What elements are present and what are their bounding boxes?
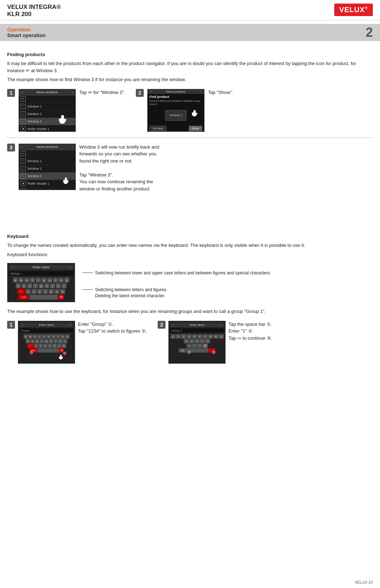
section-header: Operation Smart operation 2 [0, 24, 380, 41]
kb-key-s[interactable]: s [21, 283, 26, 288]
k-n[interactable]: n [57, 344, 61, 348]
kb-key-z[interactable]: z [26, 289, 31, 294]
kb-key-x[interactable]: x [31, 289, 36, 294]
go-back-button[interactable]: Go back [149, 126, 167, 131]
k-3[interactable]: 3 [181, 334, 186, 339]
k-a2[interactable]: å [184, 339, 189, 343]
k-w[interactable]: w [28, 334, 33, 339]
kb-key-k[interactable]: k [56, 283, 61, 288]
k-shift[interactable]: ⇧ [27, 344, 34, 348]
k-ae[interactable]: ä [189, 339, 194, 343]
kb-key-123[interactable]: 123# [19, 295, 29, 300]
k-8[interactable]: 8 [208, 334, 213, 339]
k-del[interactable]: ⌫ [59, 348, 64, 353]
k-s[interactable]: s [30, 339, 35, 343]
kb-key-j[interactable]: j [50, 283, 55, 288]
k-a[interactable]: a [26, 339, 30, 343]
k-h[interactable]: h [49, 339, 53, 343]
k-c[interactable]: c [43, 344, 48, 348]
k-6[interactable]: 6 [197, 334, 202, 339]
kb-key-l[interactable]: l [61, 283, 66, 288]
product-title-line2: KLR 200 [7, 11, 61, 18]
kb-key-t[interactable]: t [36, 278, 41, 283]
k-l[interactable]: l [63, 339, 67, 343]
kb-key-shift[interactable]: ⇧ [17, 289, 25, 294]
kb-steps-row: 1 ← Enter name → Group q [7, 321, 373, 364]
callout-line-1 [82, 273, 93, 273]
k-at[interactable]: * [197, 344, 202, 348]
kb-key-m[interactable]: m [60, 289, 65, 294]
k-abc[interactable]: abc [179, 348, 187, 353]
kb-key-p[interactable]: p [64, 278, 69, 283]
kb-key-o[interactable]: o [59, 278, 64, 283]
k-z[interactable]: z [34, 344, 38, 348]
k-o2[interactable]: ó [205, 339, 210, 343]
kb-key-f[interactable]: f [33, 283, 38, 288]
k-d[interactable]: d [35, 339, 39, 343]
k-7[interactable]: 7 [203, 334, 208, 339]
kb-key-n[interactable]: n [54, 289, 59, 294]
icon3-w1: □ [21, 159, 26, 164]
k-1[interactable]: 1 [171, 334, 176, 339]
kb-key-e[interactable]: e [24, 278, 29, 283]
k-e[interactable]: e [33, 334, 37, 339]
k-f[interactable]: f [40, 339, 44, 343]
kb-key-y[interactable]: y [41, 278, 46, 283]
k-g[interactable]: g [44, 339, 49, 343]
kb-key-w[interactable]: w [19, 278, 24, 283]
kb-key-g[interactable]: g [39, 283, 44, 288]
k-i2[interactable]: í [200, 339, 205, 343]
k-u[interactable]: u [51, 334, 56, 339]
k-i[interactable]: i [56, 334, 60, 339]
k-9[interactable]: 9 [213, 334, 218, 339]
fp-header: ← Name products → [148, 89, 204, 94]
k-y[interactable]: y [47, 334, 51, 339]
k-space[interactable] [38, 348, 59, 353]
k-123[interactable]: 123# 2 [29, 348, 37, 353]
annot-circle-1: 1 [188, 351, 191, 354]
kb-key-delete[interactable]: ⌫ [59, 295, 64, 300]
k-space2[interactable]: 1 [187, 348, 208, 353]
k-p[interactable]: p [65, 334, 70, 339]
kb-input-display: Group ■ [9, 271, 73, 276]
k-enter[interactable]: → 3 [209, 348, 215, 353]
kb-key-c[interactable]: c [37, 289, 42, 294]
screen-row-icon: ✏ [19, 95, 75, 103]
kb-row-1: q w e r t y u i o p [9, 278, 73, 283]
kb-key-d[interactable]: d [27, 283, 32, 288]
k-q[interactable]: q [24, 334, 28, 339]
k-plus[interactable]: + [187, 344, 192, 348]
k-k[interactable]: k [58, 339, 63, 343]
show-button[interactable]: Show [189, 126, 202, 131]
section-category: Operation [7, 27, 45, 33]
kb2-num-row2: å ä ü í ó [170, 339, 224, 343]
kb-key-h[interactable]: h [44, 283, 49, 288]
k-o[interactable]: o [61, 334, 65, 339]
k-annot2-key[interactable]: 2 [203, 344, 208, 348]
k-u2[interactable]: ü [194, 339, 199, 343]
kb1-row2: a s d f g h j k l [20, 339, 73, 343]
kb-key-b[interactable]: b [49, 289, 54, 294]
k-5[interactable]: 5 [192, 334, 197, 339]
k-x[interactable]: x [39, 344, 43, 348]
kb-key-v[interactable]: v [43, 289, 48, 294]
kb1-row1: q w e r t y u i o p [20, 334, 73, 339]
kb-key-i[interactable]: i [53, 278, 58, 283]
k-4[interactable]: 4 [187, 334, 192, 339]
k-j[interactable]: j [54, 339, 58, 343]
k-b[interactable]: b [53, 344, 57, 348]
kb-key-space[interactable] [29, 295, 58, 300]
k-v[interactable]: v [48, 344, 52, 348]
k-r[interactable]: r [38, 334, 42, 339]
k-hash[interactable]: # [219, 334, 224, 339]
icon-box-w2: □ [21, 111, 26, 116]
kb-key-u[interactable]: u [47, 278, 52, 283]
kb-key-a[interactable]: a [16, 283, 21, 288]
callout-lines: Switching between lower and upper case l… [82, 263, 373, 303]
k-slash[interactable]: / [192, 344, 197, 348]
k-m[interactable]: m [62, 344, 66, 348]
kb-key-r[interactable]: r [30, 278, 35, 283]
k-2[interactable]: 2 [176, 334, 181, 339]
kb-key-q[interactable]: q [13, 278, 18, 283]
k-t[interactable]: t [42, 334, 46, 339]
